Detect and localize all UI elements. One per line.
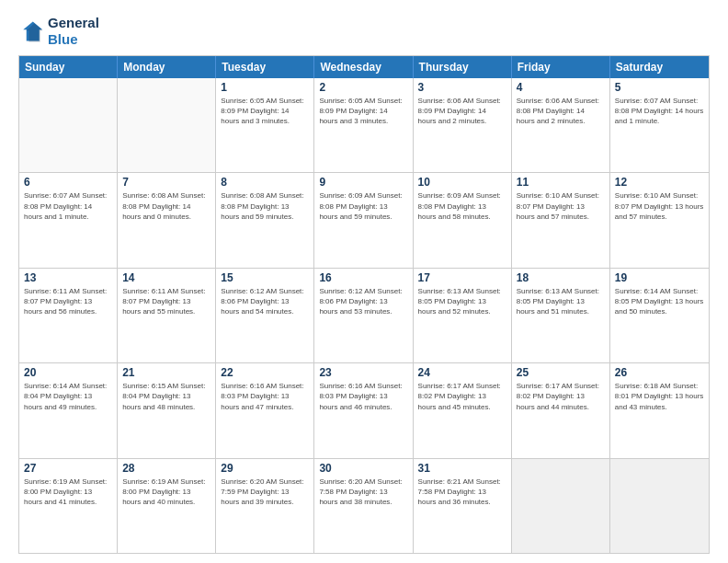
day-number: 20 — [24, 366, 112, 379]
week-row: 6Sunrise: 6:07 AM Sunset: 8:08 PM Daylig… — [19, 172, 709, 267]
day-cell: 28Sunrise: 6:19 AM Sunset: 8:00 PM Dayli… — [118, 459, 216, 553]
week-row: 20Sunrise: 6:14 AM Sunset: 8:04 PM Dayli… — [19, 362, 709, 457]
day-number: 1 — [221, 81, 309, 94]
day-info: Sunrise: 6:16 AM Sunset: 8:03 PM Dayligh… — [319, 381, 407, 412]
day-info: Sunrise: 6:05 AM Sunset: 8:09 PM Dayligh… — [319, 96, 407, 127]
day-cell: 2Sunrise: 6:05 AM Sunset: 8:09 PM Daylig… — [314, 78, 413, 172]
day-number: 14 — [122, 271, 210, 284]
day-cell: 15Sunrise: 6:12 AM Sunset: 8:06 PM Dayli… — [216, 269, 314, 362]
day-number: 10 — [418, 176, 506, 189]
day-cell: 8Sunrise: 6:08 AM Sunset: 8:08 PM Daylig… — [216, 173, 314, 267]
day-cell: 22Sunrise: 6:16 AM Sunset: 8:03 PM Dayli… — [216, 363, 314, 457]
day-number: 26 — [615, 366, 704, 379]
day-cell: 20Sunrise: 6:14 AM Sunset: 8:04 PM Dayli… — [19, 363, 118, 457]
day-header-saturday: Saturday — [610, 56, 709, 78]
day-info: Sunrise: 6:06 AM Sunset: 8:09 PM Dayligh… — [418, 96, 506, 127]
week-row: 27Sunrise: 6:19 AM Sunset: 8:00 PM Dayli… — [19, 458, 709, 553]
day-number: 6 — [24, 176, 112, 189]
day-cell: 24Sunrise: 6:17 AM Sunset: 8:02 PM Dayli… — [414, 363, 512, 457]
day-cell: 31Sunrise: 6:21 AM Sunset: 7:58 PM Dayli… — [414, 459, 512, 553]
day-info: Sunrise: 6:14 AM Sunset: 8:05 PM Dayligh… — [615, 286, 704, 317]
day-number: 2 — [319, 81, 407, 94]
day-number: 18 — [517, 271, 605, 284]
day-info: Sunrise: 6:20 AM Sunset: 7:59 PM Dayligh… — [221, 477, 309, 508]
day-info: Sunrise: 6:07 AM Sunset: 8:08 PM Dayligh… — [24, 190, 112, 222]
day-cell: 13Sunrise: 6:11 AM Sunset: 8:07 PM Dayli… — [19, 269, 118, 362]
day-number: 31 — [418, 462, 506, 475]
day-info: Sunrise: 6:13 AM Sunset: 8:05 PM Dayligh… — [517, 286, 605, 317]
day-number: 16 — [319, 271, 407, 284]
day-cell: 18Sunrise: 6:13 AM Sunset: 8:05 PM Dayli… — [512, 269, 610, 362]
day-cell: 3Sunrise: 6:06 AM Sunset: 8:09 PM Daylig… — [414, 78, 512, 172]
day-cell — [610, 459, 709, 553]
day-cell: 29Sunrise: 6:20 AM Sunset: 7:59 PM Dayli… — [216, 459, 314, 553]
week-row: 13Sunrise: 6:11 AM Sunset: 8:07 PM Dayli… — [19, 268, 709, 362]
day-cell: 1Sunrise: 6:05 AM Sunset: 8:09 PM Daylig… — [216, 78, 314, 172]
day-number: 29 — [221, 462, 309, 475]
day-info: Sunrise: 6:15 AM Sunset: 8:04 PM Dayligh… — [122, 381, 210, 412]
day-info: Sunrise: 6:13 AM Sunset: 8:05 PM Dayligh… — [418, 286, 506, 317]
day-info: Sunrise: 6:11 AM Sunset: 8:07 PM Dayligh… — [24, 286, 112, 317]
day-header-wednesday: Wednesday — [314, 56, 413, 78]
day-info: Sunrise: 6:09 AM Sunset: 8:08 PM Dayligh… — [418, 190, 506, 222]
day-header-monday: Monday — [118, 56, 216, 78]
day-header-friday: Friday — [512, 56, 610, 78]
day-number: 30 — [319, 462, 407, 475]
day-info: Sunrise: 6:17 AM Sunset: 8:02 PM Dayligh… — [418, 381, 506, 412]
day-number: 12 — [615, 176, 704, 189]
day-number: 9 — [319, 176, 407, 189]
day-header-thursday: Thursday — [414, 56, 512, 78]
day-number: 19 — [615, 271, 704, 284]
day-info: Sunrise: 6:20 AM Sunset: 7:58 PM Dayligh… — [319, 477, 407, 508]
day-number: 15 — [221, 271, 309, 284]
day-cell: 14Sunrise: 6:11 AM Sunset: 8:07 PM Dayli… — [118, 269, 216, 362]
day-cell — [512, 459, 610, 553]
day-info: Sunrise: 6:05 AM Sunset: 8:09 PM Dayligh… — [221, 96, 309, 127]
logo: General Blue — [18, 15, 99, 48]
day-cell: 27Sunrise: 6:19 AM Sunset: 8:00 PM Dayli… — [19, 459, 118, 553]
day-cell — [118, 78, 216, 172]
day-cell: 12Sunrise: 6:10 AM Sunset: 8:07 PM Dayli… — [610, 173, 709, 267]
day-number: 8 — [221, 176, 309, 189]
day-header-tuesday: Tuesday — [216, 56, 314, 78]
day-cell: 4Sunrise: 6:06 AM Sunset: 8:08 PM Daylig… — [512, 78, 610, 172]
day-number: 23 — [319, 366, 407, 379]
day-cell: 10Sunrise: 6:09 AM Sunset: 8:08 PM Dayli… — [414, 173, 512, 267]
page: General Blue SundayMondayTuesdayWednesda… — [0, 0, 728, 563]
day-info: Sunrise: 6:10 AM Sunset: 8:07 PM Dayligh… — [615, 190, 704, 222]
day-header-sunday: Sunday — [19, 56, 118, 78]
day-cell: 23Sunrise: 6:16 AM Sunset: 8:03 PM Dayli… — [314, 363, 413, 457]
day-number: 5 — [615, 81, 704, 94]
day-info: Sunrise: 6:08 AM Sunset: 8:08 PM Dayligh… — [122, 190, 210, 222]
day-info: Sunrise: 6:19 AM Sunset: 8:00 PM Dayligh… — [24, 477, 112, 508]
day-cell — [19, 78, 118, 172]
day-cell: 26Sunrise: 6:18 AM Sunset: 8:01 PM Dayli… — [610, 363, 709, 457]
day-number: 25 — [517, 366, 605, 379]
logo-text: General Blue — [48, 15, 99, 48]
day-info: Sunrise: 6:11 AM Sunset: 8:07 PM Dayligh… — [122, 286, 210, 317]
day-cell: 16Sunrise: 6:12 AM Sunset: 8:06 PM Dayli… — [314, 269, 413, 362]
day-info: Sunrise: 6:17 AM Sunset: 8:02 PM Dayligh… — [517, 381, 605, 412]
day-info: Sunrise: 6:09 AM Sunset: 8:08 PM Dayligh… — [319, 190, 407, 222]
day-info: Sunrise: 6:18 AM Sunset: 8:01 PM Dayligh… — [615, 381, 704, 412]
day-number: 17 — [418, 271, 506, 284]
day-number: 11 — [517, 176, 605, 189]
day-cell: 30Sunrise: 6:20 AM Sunset: 7:58 PM Dayli… — [314, 459, 413, 553]
calendar: SundayMondayTuesdayWednesdayThursdayFrid… — [18, 55, 710, 554]
day-number: 22 — [221, 366, 309, 379]
day-cell: 19Sunrise: 6:14 AM Sunset: 8:05 PM Dayli… — [610, 269, 709, 362]
day-info: Sunrise: 6:16 AM Sunset: 8:03 PM Dayligh… — [221, 381, 309, 412]
day-cell: 9Sunrise: 6:09 AM Sunset: 8:08 PM Daylig… — [314, 173, 413, 267]
day-number: 24 — [418, 366, 506, 379]
day-number: 28 — [122, 462, 210, 475]
day-number: 13 — [24, 271, 112, 284]
day-number: 7 — [122, 176, 210, 189]
header: General Blue — [18, 15, 710, 48]
day-info: Sunrise: 6:07 AM Sunset: 8:08 PM Dayligh… — [615, 96, 704, 127]
day-info: Sunrise: 6:12 AM Sunset: 8:06 PM Dayligh… — [319, 286, 407, 317]
day-info: Sunrise: 6:10 AM Sunset: 8:07 PM Dayligh… — [517, 190, 605, 222]
day-number: 27 — [24, 462, 112, 475]
day-info: Sunrise: 6:14 AM Sunset: 8:04 PM Dayligh… — [24, 381, 112, 412]
day-headers: SundayMondayTuesdayWednesdayThursdayFrid… — [19, 56, 709, 78]
day-info: Sunrise: 6:19 AM Sunset: 8:00 PM Dayligh… — [122, 477, 210, 508]
